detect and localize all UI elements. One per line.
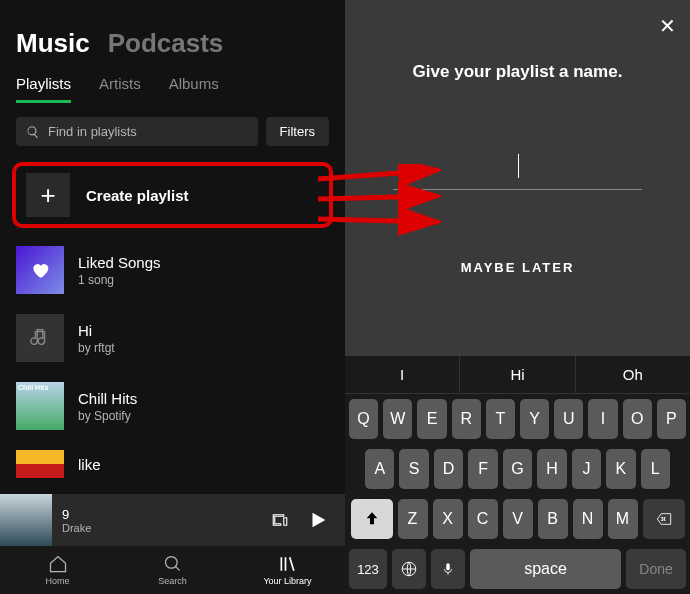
key-F[interactable]: F [468, 449, 497, 489]
key-M[interactable]: M [608, 499, 638, 539]
subtab-albums[interactable]: Albums [169, 75, 219, 103]
playlist-title: Liked Songs [78, 254, 161, 271]
playlist-thumb [16, 450, 64, 478]
key-Y[interactable]: Y [520, 399, 549, 439]
key-C[interactable]: C [468, 499, 498, 539]
playlist-title: Hi [78, 322, 115, 339]
svg-rect-2 [446, 563, 450, 570]
mic-key[interactable] [431, 549, 465, 589]
name-playlist-title: Give your playlist a name. [345, 62, 690, 82]
keyboard: I Hi Oh QWERTYUIOP ASDFGHJKL ZXCVBNM 123… [345, 356, 690, 594]
playlist-title: Chill Hits [78, 390, 137, 407]
key-I[interactable]: I [588, 399, 617, 439]
liked-songs-thumb [16, 246, 64, 294]
key-H[interactable]: H [537, 449, 566, 489]
key-L[interactable]: L [641, 449, 670, 489]
filters-button[interactable]: Filters [266, 117, 329, 146]
key-T[interactable]: T [486, 399, 515, 439]
key-X[interactable]: X [433, 499, 463, 539]
key-P[interactable]: P [657, 399, 686, 439]
now-playing-bar[interactable]: 9 Drake [0, 494, 345, 546]
play-icon[interactable] [307, 509, 329, 531]
key-S[interactable]: S [399, 449, 428, 489]
music-note-icon [29, 327, 51, 349]
playlist-subtitle: 1 song [78, 273, 161, 287]
key-B[interactable]: B [538, 499, 568, 539]
numbers-key[interactable]: 123 [349, 549, 387, 589]
playlist-thumb: Chill Hits [16, 382, 64, 430]
suggestion[interactable]: I [345, 356, 460, 393]
shift-key[interactable] [351, 499, 393, 539]
space-key[interactable]: space [470, 549, 621, 589]
playlist-item[interactable]: like [0, 440, 345, 478]
key-O[interactable]: O [623, 399, 652, 439]
now-playing-title: 9 [62, 507, 271, 522]
key-Q[interactable]: Q [349, 399, 378, 439]
svg-point-0 [165, 557, 177, 569]
key-A[interactable]: A [365, 449, 394, 489]
playlist-item[interactable]: Chill Hits Chill Hits by Spotify [0, 372, 345, 440]
key-R[interactable]: R [452, 399, 481, 439]
playlist-thumb [16, 314, 64, 362]
search-icon [26, 125, 40, 139]
search-input[interactable]: Find in playlists [16, 117, 258, 146]
playlist-subtitle: by rftgt [78, 341, 115, 355]
create-playlist-label: Create playlist [86, 187, 189, 204]
library-icon [278, 554, 298, 574]
search-icon [163, 554, 183, 574]
done-key[interactable]: Done [626, 549, 686, 589]
key-D[interactable]: D [434, 449, 463, 489]
key-E[interactable]: E [417, 399, 446, 439]
backspace-key[interactable] [643, 499, 685, 539]
maybe-later-button[interactable]: MAYBE LATER [345, 260, 690, 275]
nav-search[interactable]: Search [115, 546, 230, 594]
heart-icon [30, 260, 50, 280]
home-icon [48, 554, 68, 574]
create-playlist-button[interactable]: + Create playlist [12, 162, 333, 228]
now-playing-art [0, 494, 52, 546]
subtab-artists[interactable]: Artists [99, 75, 141, 103]
globe-key[interactable] [392, 549, 426, 589]
now-playing-artist: Drake [62, 522, 271, 534]
nav-library[interactable]: Your Library [230, 546, 345, 594]
playlist-subtitle: by Spotify [78, 409, 137, 423]
header-tab-music[interactable]: Music [16, 28, 90, 59]
key-G[interactable]: G [503, 449, 532, 489]
devices-icon[interactable] [271, 511, 289, 529]
key-Z[interactable]: Z [398, 499, 428, 539]
close-icon[interactable]: ✕ [659, 14, 676, 38]
playlist-item[interactable]: Hi by rftgt [0, 304, 345, 372]
key-K[interactable]: K [606, 449, 635, 489]
subtab-playlists[interactable]: Playlists [16, 75, 71, 103]
key-J[interactable]: J [572, 449, 601, 489]
header-tab-podcasts[interactable]: Podcasts [108, 28, 224, 59]
plus-icon: + [26, 173, 70, 217]
playlist-title: like [78, 456, 101, 473]
key-U[interactable]: U [554, 399, 583, 439]
suggestion[interactable]: Hi [460, 356, 575, 393]
search-placeholder: Find in playlists [48, 124, 137, 139]
key-N[interactable]: N [573, 499, 603, 539]
key-W[interactable]: W [383, 399, 412, 439]
key-V[interactable]: V [503, 499, 533, 539]
nav-home[interactable]: Home [0, 546, 115, 594]
suggestion[interactable]: Oh [576, 356, 690, 393]
playlist-name-input[interactable] [393, 162, 642, 190]
playlist-item-liked[interactable]: Liked Songs 1 song [0, 236, 345, 304]
